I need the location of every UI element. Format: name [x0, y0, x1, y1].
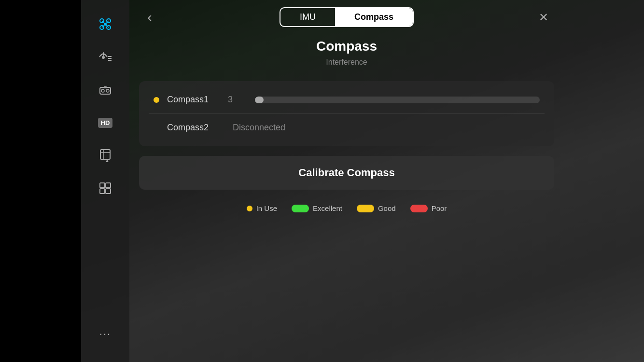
legend: In Use Excellent Good Poor — [139, 199, 554, 217]
sidebar-item-camera[interactable] — [91, 174, 120, 203]
svg-point-15 — [101, 89, 104, 92]
sidebar-item-signal[interactable] — [91, 42, 120, 71]
top-navigation: ‹ IMU Compass ✕ — [129, 7, 564, 27]
tab-imu[interactable]: IMU — [280, 8, 335, 26]
sidebar: HD ··· — [81, 0, 129, 362]
compass1-row: Compass1 3 — [149, 86, 545, 113]
compass2-label: Compass2 — [167, 123, 220, 133]
svg-point-9 — [102, 56, 105, 59]
left-bar — [0, 0, 81, 362]
compass1-status-dot — [154, 97, 159, 103]
svg-point-8 — [104, 23, 107, 26]
compass-rows: Compass1 3 Compass2 Disconnected — [139, 81, 554, 146]
svg-rect-22 — [100, 183, 105, 188]
back-button[interactable]: ‹ — [139, 7, 160, 28]
svg-point-16 — [106, 89, 109, 92]
legend-excellent-label: Excellent — [313, 204, 342, 212]
sidebar-item-remote[interactable] — [91, 75, 120, 104]
compass2-status: Disconnected — [233, 123, 285, 133]
sidebar-item-more[interactable]: ··· — [91, 320, 120, 348]
tab-compass[interactable]: Compass — [335, 8, 413, 26]
svg-rect-23 — [106, 183, 111, 188]
calibrate-button[interactable]: Calibrate Compass — [139, 156, 554, 190]
svg-rect-18 — [100, 150, 110, 159]
compass1-bar-fill — [255, 97, 264, 103]
panel-subtitle: Interference — [139, 58, 554, 67]
close-icon: ✕ — [539, 11, 548, 24]
sidebar-item-drone[interactable] — [91, 10, 120, 39]
tab-group: IMU Compass — [280, 7, 414, 27]
legend-excellent-pill — [292, 205, 309, 212]
compass1-label: Compass1 — [167, 95, 220, 105]
legend-poor-label: Poor — [432, 204, 447, 212]
legend-in-use-dot — [247, 206, 252, 211]
compass2-row: Compass2 Disconnected — [149, 113, 545, 141]
main-panel: ‹ IMU Compass ✕ Compass Interference Com… — [129, 0, 564, 362]
compass1-value: 3 — [228, 95, 247, 105]
legend-poor-pill — [410, 205, 428, 212]
calibrate-section: Calibrate Compass — [139, 156, 554, 190]
legend-good-label: Good — [378, 204, 396, 212]
legend-good: Good — [357, 204, 396, 212]
svg-rect-17 — [104, 86, 107, 88]
back-arrow-icon: ‹ — [147, 10, 152, 25]
legend-poor: Poor — [410, 204, 447, 212]
sidebar-item-map[interactable] — [91, 141, 120, 170]
legend-excellent: Excellent — [292, 204, 342, 212]
legend-in-use: In Use — [247, 204, 277, 212]
close-button[interactable]: ✕ — [533, 7, 554, 28]
compass1-bar-container — [255, 97, 540, 103]
content-area: Compass Interference Compass1 3 Compass2… — [139, 39, 554, 352]
svg-rect-24 — [100, 189, 105, 194]
panel-title: Compass — [139, 39, 554, 54]
sidebar-item-hd[interactable]: HD — [91, 108, 120, 137]
legend-good-pill — [357, 205, 374, 212]
svg-rect-25 — [106, 189, 111, 194]
more-dots-icon: ··· — [99, 328, 111, 340]
legend-in-use-label: In Use — [256, 204, 277, 212]
